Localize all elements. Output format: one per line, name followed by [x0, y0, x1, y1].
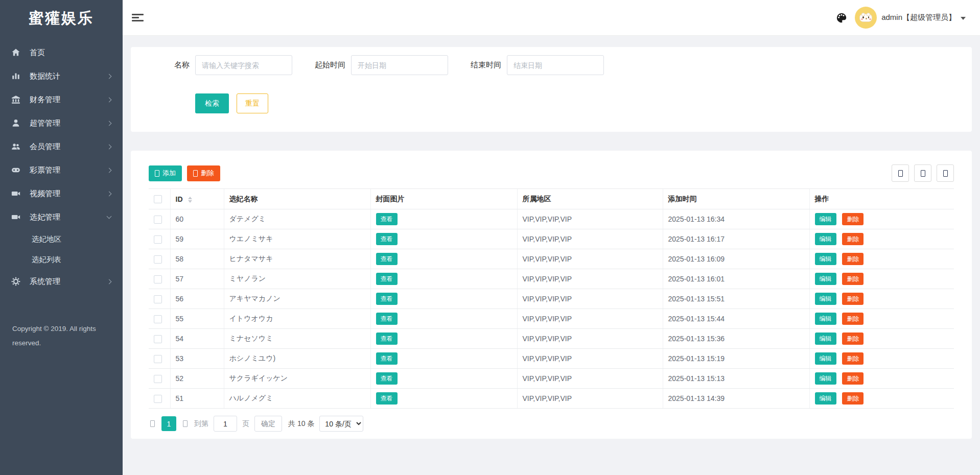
row-delete-button[interactable]: 删除	[842, 253, 864, 265]
chevron-right-icon	[106, 144, 111, 149]
edit-button[interactable]: 编辑	[815, 392, 836, 405]
sidebar-item-video[interactable]: 视频管理	[0, 182, 123, 205]
view-button[interactable]: 查看	[376, 233, 398, 245]
main-content: 名称 起始时间 结束时间 检索 重置 添加 删除	[123, 0, 980, 439]
prev-page-button[interactable]	[149, 420, 156, 427]
sidebar-item-home[interactable]: 首页	[0, 41, 123, 64]
add-button[interactable]: 添加	[149, 165, 182, 181]
row-checkbox[interactable]	[154, 295, 162, 303]
sidebar-subitem-list[interactable]: 选妃列表	[0, 249, 123, 270]
sidebar-subitem-region[interactable]: 选妃地区	[0, 229, 123, 249]
row-delete-button[interactable]: 删除	[842, 233, 864, 245]
column-header-cover: 封面图片	[370, 189, 517, 209]
view-button[interactable]: 查看	[376, 253, 398, 265]
table-header-row: ID 选妃名称 封面图片 所属地区 添加时间 操作	[149, 189, 954, 209]
table-row: 56 アキヤマカノン 查看 VIP,VIP,VIP,VIP 2025-01-13…	[149, 289, 954, 309]
row-region: VIP,VIP,VIP,VIP	[517, 369, 663, 389]
row-delete-button[interactable]: 删除	[842, 213, 864, 225]
end-date-input[interactable]	[507, 55, 604, 75]
column-header-name: 选妃名称	[224, 189, 370, 209]
table-tool-button-1[interactable]	[892, 164, 909, 182]
page-size-select[interactable]: 10 条/页	[319, 416, 363, 432]
sidebar: 蜜獾娱乐 首页 数据统计 财务管理 超管管理 会员管理 彩票管理 视频管理	[0, 0, 123, 475]
row-delete-button[interactable]: 删除	[842, 313, 864, 325]
video-icon	[11, 212, 21, 222]
view-button[interactable]: 查看	[376, 213, 398, 225]
row-checkbox[interactable]	[154, 395, 162, 403]
sidebar-item-concubine[interactable]: 选妃管理	[0, 205, 123, 229]
row-checkbox[interactable]	[154, 235, 162, 244]
row-checkbox[interactable]	[154, 355, 162, 363]
row-name: ハルノメグミ	[224, 389, 370, 409]
search-button[interactable]: 检索	[195, 93, 229, 113]
view-button[interactable]: 查看	[376, 352, 398, 365]
palette-icon[interactable]	[836, 12, 847, 23]
edit-button[interactable]: 编辑	[815, 293, 836, 305]
table-tool-button-2[interactable]	[914, 164, 931, 182]
view-button[interactable]: 查看	[376, 372, 398, 385]
edit-button[interactable]: 编辑	[815, 313, 836, 325]
table-tool-button-3[interactable]	[937, 164, 954, 182]
batch-delete-button[interactable]: 删除	[187, 165, 220, 181]
sidebar-item-stats[interactable]: 数据统计	[0, 64, 123, 88]
row-delete-button[interactable]: 删除	[842, 352, 864, 365]
row-checkbox[interactable]	[154, 375, 162, 383]
view-button[interactable]: 查看	[376, 273, 398, 285]
sidebar-item-members[interactable]: 会员管理	[0, 135, 123, 158]
row-checkbox[interactable]	[154, 255, 162, 264]
row-delete-button[interactable]: 删除	[842, 273, 864, 285]
view-button[interactable]: 查看	[376, 332, 398, 345]
filter-panel: 名称 起始时间 结束时间 检索 重置	[131, 47, 972, 132]
confirm-button[interactable]: 确定	[254, 416, 282, 432]
row-delete-button[interactable]: 删除	[842, 293, 864, 305]
row-region: VIP,VIP,VIP,VIP	[517, 389, 663, 409]
row-time: 2025-01-13 15:19	[663, 349, 809, 369]
sidebar-item-system[interactable]: 系统管理	[0, 270, 123, 293]
next-page-button[interactable]	[181, 420, 189, 427]
edit-button[interactable]: 编辑	[815, 273, 836, 285]
row-name: サクラギイッケン	[224, 369, 370, 389]
view-button[interactable]: 查看	[376, 293, 398, 305]
row-delete-button[interactable]: 删除	[842, 372, 864, 385]
edit-button[interactable]: 编辑	[815, 352, 836, 365]
edit-button[interactable]: 编辑	[815, 332, 836, 345]
row-checkbox[interactable]	[154, 315, 162, 323]
admin-dropdown[interactable]: admin【超级管理员】	[855, 7, 966, 29]
edit-button[interactable]: 编辑	[815, 372, 836, 385]
view-button[interactable]: 查看	[376, 392, 398, 405]
row-delete-button[interactable]: 删除	[842, 392, 864, 405]
start-date-input[interactable]	[351, 55, 448, 75]
page-button-1[interactable]: 1	[161, 416, 176, 431]
row-region: VIP,VIP,VIP,VIP	[517, 249, 663, 269]
name-filter-input[interactable]	[195, 55, 292, 75]
table-row: 54 ミナセソウミ 查看 VIP,VIP,VIP,VIP 2025-01-13 …	[149, 329, 954, 349]
table-row: 58 ヒナタマサキ 查看 VIP,VIP,VIP,VIP 2025-01-13 …	[149, 249, 954, 269]
column-header-id: ID	[176, 195, 183, 203]
select-all-checkbox[interactable]	[154, 195, 162, 203]
column-header-time: 添加时间	[663, 189, 809, 209]
row-checkbox[interactable]	[154, 216, 162, 224]
gear-icon	[11, 277, 21, 286]
app-logo: 蜜獾娱乐	[0, 0, 123, 36]
goto-page-input[interactable]	[214, 416, 237, 432]
reset-button[interactable]: 重置	[237, 93, 268, 113]
row-checkbox[interactable]	[154, 275, 162, 283]
row-name: イトウオウカ	[224, 309, 370, 329]
row-region: VIP,VIP,VIP,VIP	[517, 309, 663, 329]
row-region: VIP,VIP,VIP,VIP	[517, 289, 663, 309]
sidebar-item-superadmin[interactable]: 超管管理	[0, 111, 123, 135]
row-region: VIP,VIP,VIP,VIP	[517, 209, 663, 229]
view-button[interactable]: 查看	[376, 313, 398, 325]
edit-button[interactable]: 编辑	[815, 213, 836, 225]
avatar	[855, 7, 877, 29]
edit-button[interactable]: 编辑	[815, 253, 836, 265]
sidebar-item-lottery[interactable]: 彩票管理	[0, 158, 123, 182]
row-delete-button[interactable]: 删除	[842, 332, 864, 345]
edit-button[interactable]: 编辑	[815, 233, 836, 245]
row-name: ホシノミユウ)	[224, 349, 370, 369]
sort-icon[interactable]	[188, 197, 192, 203]
menu-toggle-button[interactable]	[132, 12, 144, 23]
row-name: ミヤノラン	[224, 269, 370, 289]
sidebar-item-finance[interactable]: 财务管理	[0, 88, 123, 111]
row-checkbox[interactable]	[154, 335, 162, 343]
